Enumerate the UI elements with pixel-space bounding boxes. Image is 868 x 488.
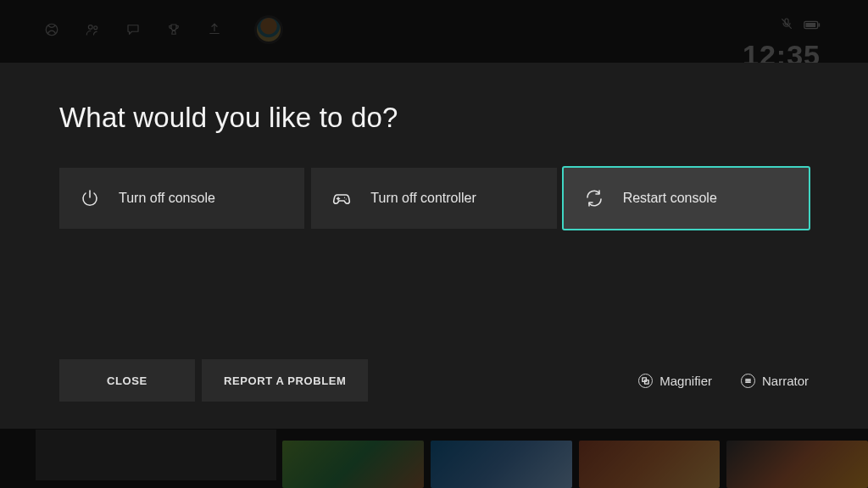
restart-console-button[interactable]: Restart console (564, 168, 809, 229)
bg-side-panel (36, 430, 276, 480)
svg-point-8 (346, 198, 347, 199)
view-button-icon (638, 374, 653, 388)
guide-topbar (44, 15, 283, 44)
magnifier-label: Magnifier (659, 374, 712, 388)
power-dialog: What would you like to do? Turn off cons… (0, 63, 868, 429)
narrator-hint[interactable]: Narrator (741, 374, 809, 388)
accessibility-hints: Magnifier Narrator (638, 374, 809, 388)
battery-icon (804, 18, 821, 33)
dialog-footer: CLOSE REPORT A PROBLEM Magnifier Narrato… (59, 359, 809, 402)
turn-off-console-button[interactable]: Turn off console (59, 168, 304, 229)
report-problem-button[interactable]: REPORT A PROBLEM (202, 359, 368, 402)
close-button[interactable]: CLOSE (59, 359, 195, 402)
bg-game-tiles (282, 441, 868, 488)
option-label: Turn off console (119, 191, 215, 206)
svg-point-7 (344, 197, 345, 198)
svg-rect-5 (806, 23, 816, 27)
status-tray (780, 17, 821, 34)
profile-avatar (254, 15, 283, 44)
footer-buttons: CLOSE REPORT A PROBLEM (59, 359, 368, 402)
turn-off-controller-button[interactable]: Turn off controller (311, 168, 556, 229)
upload-icon (207, 22, 222, 37)
controller-icon (331, 188, 352, 208)
svg-point-2 (94, 26, 97, 30)
dialog-title: What would you like to do? (59, 102, 809, 134)
power-icon (80, 188, 100, 208)
narrator-label: Narrator (762, 374, 809, 388)
menu-button-icon (741, 374, 755, 388)
svg-point-1 (88, 25, 92, 30)
restart-icon (584, 188, 604, 208)
magnifier-hint[interactable]: Magnifier (638, 374, 712, 388)
svg-rect-6 (819, 23, 821, 26)
chat-icon (125, 22, 141, 37)
option-label: Turn off controller (370, 191, 476, 206)
mic-mute-icon (780, 17, 793, 34)
xbox-icon (44, 22, 59, 37)
achievements-icon (166, 22, 181, 37)
option-row: Turn off console Turn off controller Res… (59, 168, 809, 229)
option-label: Restart console (623, 191, 717, 206)
friends-icon (85, 22, 100, 37)
